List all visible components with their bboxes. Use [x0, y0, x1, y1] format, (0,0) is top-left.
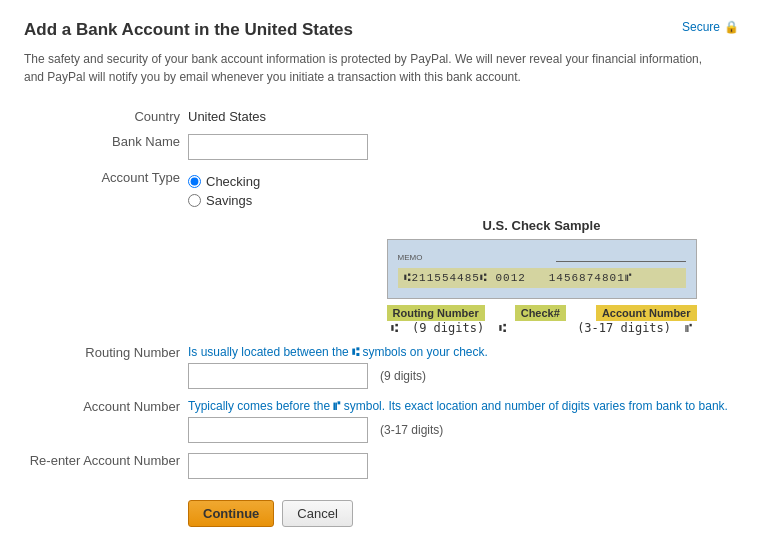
check-image: MEMO ⑆211554485⑆ 0012 1456874801⑈ [387, 239, 697, 299]
routing-badge: Routing Number [387, 305, 485, 321]
page-title: Add a Bank Account in the United States [24, 20, 353, 40]
account-number-row: Account Number Typically comes before th… [24, 394, 739, 448]
check-badge: Check# [515, 305, 566, 321]
check-numbers: ⑆211554485⑆ 0012 1456874801⑈ [398, 268, 686, 288]
account-badge: Account Number [596, 305, 697, 321]
lock-icon: 🔒 [724, 20, 739, 34]
account-type-label: Account Type [24, 165, 184, 213]
savings-label: Savings [206, 193, 252, 208]
check-labels-row: Routing Number Check# Account Number [387, 305, 697, 321]
check-label-item: Check# [515, 305, 566, 321]
account-symbol: ⑈ [333, 399, 340, 413]
bank-name-input[interactable] [188, 134, 368, 160]
account-type-row: Account Type Checking Savings [24, 165, 739, 213]
account-type-group: Checking Savings [188, 170, 735, 208]
account-label-item: Account Number [596, 305, 697, 321]
form-table: Country United States Bank Name Account … [24, 104, 739, 484]
check-memo-area: MEMO [398, 248, 686, 262]
country-label: Country [24, 104, 184, 129]
secure-link[interactable]: Secure 🔒 [682, 20, 739, 34]
country-value: United States [188, 102, 266, 124]
bank-name-row: Bank Name [24, 129, 739, 165]
checking-option[interactable]: Checking [188, 174, 735, 189]
secure-label: Secure [682, 20, 720, 34]
account-digits-label: (3-17 digits) ⑈ [577, 321, 692, 335]
routing-input-row: (9 digits) [188, 363, 735, 389]
checking-radio[interactable] [188, 175, 201, 188]
routing-description: Is usually located between the ⑆ symbols… [188, 345, 735, 359]
check-sample-title: U.S. Check Sample [483, 218, 601, 233]
reenter-account-label: Re-enter Account Number [24, 448, 184, 484]
account-description: Typically comes before the ⑈ symbol. Its… [188, 399, 735, 413]
check-sample-container: U.S. Check Sample MEMO ⑆211554485⑆ 0012 … [348, 218, 735, 335]
continue-button[interactable]: Continue [188, 500, 274, 527]
savings-radio[interactable] [188, 194, 201, 207]
safety-text: The safety and security of your bank acc… [24, 50, 704, 86]
check-sample-row: U.S. Check Sample MEMO ⑆211554485⑆ 0012 … [24, 213, 739, 340]
routing-number-label: Routing Number [24, 340, 184, 394]
account-input-row: (3-17 digits) [188, 417, 735, 443]
reenter-account-input[interactable] [188, 453, 368, 479]
check-memo-label: MEMO [398, 253, 423, 262]
routing-digits-label: ⑆ (9 digits) ⑆ [391, 321, 506, 335]
account-number-input[interactable] [188, 417, 368, 443]
reenter-account-row: Re-enter Account Number [24, 448, 739, 484]
account-hint: (3-17 digits) [380, 423, 443, 437]
country-row: Country United States [24, 104, 739, 129]
check-signature-line [556, 248, 686, 262]
routing-hint: (9 digits) [380, 369, 426, 383]
savings-option[interactable]: Savings [188, 193, 735, 208]
button-row: Continue Cancel [188, 500, 739, 527]
account-number-label: Account Number [24, 394, 184, 448]
routing-symbol: ⑆ [352, 345, 359, 359]
bank-name-label: Bank Name [24, 129, 184, 165]
page-header: Add a Bank Account in the United States … [24, 20, 739, 40]
routing-label-item: Routing Number [387, 305, 485, 321]
routing-number-row: Routing Number Is usually located betwee… [24, 340, 739, 394]
micr-symbols-row: ⑆ (9 digits) ⑆ (3-17 digits) ⑈ [387, 321, 697, 335]
routing-number-input[interactable] [188, 363, 368, 389]
checking-label: Checking [206, 174, 260, 189]
cancel-button[interactable]: Cancel [282, 500, 352, 527]
